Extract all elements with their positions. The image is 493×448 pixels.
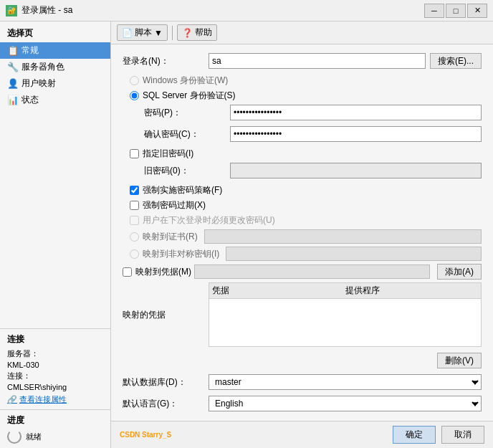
watermark: CSDN Starry_S [120,431,171,439]
script-icon: 📄 [122,28,133,38]
confirm-password-label: 确认密码(C)： [144,128,230,140]
credential-table: 凭据 提供程序 [209,282,482,347]
user-mapping-icon: 👤 [7,78,19,90]
confirm-password-input[interactable] [230,126,482,142]
remove-credential-button[interactable]: 删除(V) [437,353,482,368]
toolbar: 📄 脚本 ▼ ❓ 帮助 [111,22,493,44]
password-label: 密码(P)： [144,107,230,119]
map-to-asym-key-label: 映射到非对称密钥(I) [143,248,219,260]
cred-col-provider: 提供程序 [345,285,479,297]
script-dropdown-icon: ▼ [154,28,163,38]
map-to-cert-radio[interactable] [130,232,139,242]
bottom-bar: CSDN Starry_S 确定 取消 [111,421,493,448]
enforce-expiration-label: 强制密码过期(X) [143,199,206,211]
enforce-policy-checkbox[interactable] [130,186,139,195]
content-area: 📄 脚本 ▼ ❓ 帮助 登录名(N)： 搜索(E)... Windows 身份验… [111,22,493,448]
windows-auth-row: Windows 身份验证(W) [130,75,482,87]
credential-table-body [209,299,481,347]
link-icon: 🔗 [7,395,17,404]
default-db-select-wrapper: master ▼ [209,374,482,390]
connect-title: 连接 [7,333,103,345]
default-lang-select[interactable]: English [209,396,482,411]
old-password-input[interactable] [230,163,482,178]
app-icon: 🔐 [6,5,17,16]
login-name-label: 登录名(N)： [123,55,209,67]
sidebar-item-server-roles-label: 服务器角色 [21,61,64,73]
main-container: 选择页 📋 常规 🔧 服务器角色 👤 用户映射 📊 状态 连接 服务器： KML… [0,22,493,448]
default-db-row: 默认数据库(D)： master ▼ [123,374,482,390]
connect-section: 连接 服务器： KML-030 连接： CMLSER\shiying 🔗 查看连… [0,328,110,409]
status-icon: 📊 [7,95,19,106]
login-name-input[interactable] [209,53,426,69]
close-button[interactable]: ✕ [467,4,487,18]
script-label: 脚本 [135,27,152,39]
map-to-credential-checkbox[interactable] [123,267,132,277]
ok-button[interactable]: 确定 [393,426,436,444]
sidebar-item-status[interactable]: 📊 状态 [0,92,110,108]
windows-auth-radio[interactable] [130,76,139,85]
progress-status: 就绪 [26,432,42,442]
map-to-cert-select [204,229,482,244]
must-change-checkbox[interactable] [130,216,139,225]
sidebar-item-general[interactable]: 📋 常规 [0,42,110,59]
form-content: 登录名(N)： 搜索(E)... Windows 身份验证(W) SQL Ser… [111,44,493,421]
link-text: 查看连接属性 [19,394,67,405]
enforce-expiration-checkbox[interactable] [130,201,139,210]
login-name-row: 登录名(N)： 搜索(E)... [123,53,482,69]
connect-value: CMLSER\shiying [7,383,103,391]
map-to-asym-key-row: 映射到非对称密钥(I) [130,247,482,261]
view-connection-props-link[interactable]: 🔗 查看连接属性 [7,394,103,405]
sidebar: 选择页 📋 常规 🔧 服务器角色 👤 用户映射 📊 状态 连接 服务器： KML… [0,22,111,448]
default-db-select[interactable]: master [209,374,482,390]
confirm-password-row: 确认密码(C)： [144,126,482,142]
progress-row: 就绪 [7,429,103,444]
sql-auth-label: SQL Server 身份验证(S) [143,90,236,102]
enforce-policy-row: 强制实施密码策略(F) [130,184,482,196]
help-label: 帮助 [195,27,212,39]
sidebar-item-server-roles[interactable]: 🔧 服务器角色 [0,59,110,75]
maximize-button[interactable]: □ [446,4,466,18]
progress-section: 进度 就绪 [0,409,110,448]
server-value: KML-030 [7,361,103,369]
password-row: 密码(P)： [144,105,482,120]
toolbar-separator [172,26,173,40]
map-to-cert-row: 映射到证书(R) [130,229,482,244]
search-button[interactable]: 搜索(E)... [430,53,482,69]
connect-label: 连接： [7,371,103,381]
sql-auth-row: SQL Server 身份验证(S) [130,90,482,102]
title-bar: 🔐 登录属性 - sa ─ □ ✕ [0,0,493,22]
title-text: 登录属性 - sa [21,4,424,16]
map-to-credential-row: 映射到凭据(M) 添加(A) [123,264,482,280]
sidebar-item-user-mapping[interactable]: 👤 用户映射 [0,75,110,92]
add-credential-button[interactable]: 添加(A) [437,264,482,280]
password-input[interactable] [230,105,482,120]
must-change-label: 用户在下次登录时必须更改密码(U) [143,214,275,227]
specify-old-password-row: 指定旧密码(I) [130,148,482,160]
sidebar-section-title: 选择页 [0,22,110,42]
credential-mapped-label: 映射的凭据 [123,309,209,321]
credential-section: 映射的凭据 凭据 提供程序 [123,282,482,347]
map-to-asym-key-radio[interactable] [130,249,139,259]
sql-auth-radio[interactable] [130,91,139,100]
credential-table-header: 凭据 提供程序 [209,283,481,299]
script-button[interactable]: 📄 脚本 ▼ [117,24,168,41]
map-to-credential-label: 映射到凭据(M) [135,266,191,278]
windows-auth-label: Windows 身份验证(W) [143,75,228,87]
server-label: 服务器： [7,348,103,359]
default-lang-label: 默认语言(G)： [123,398,209,410]
cred-col-credential: 凭据 [212,285,345,297]
map-to-credential-select [194,264,430,279]
server-roles-icon: 🔧 [7,62,19,73]
old-password-row: 旧密码(0)： [144,163,482,178]
minimize-button[interactable]: ─ [424,4,444,18]
sidebar-item-status-label: 状态 [21,94,39,106]
default-lang-row: 默认语言(G)： English ▼ [123,396,482,411]
progress-spinner [7,429,21,444]
enforce-policy-label: 强制实施密码策略(F) [143,184,222,196]
must-change-row: 用户在下次登录时必须更改密码(U) [130,214,482,227]
map-to-cert-label: 映射到证书(R) [143,231,198,243]
cancel-button[interactable]: 取消 [441,426,484,444]
enforce-expiration-row: 强制密码过期(X) [130,199,482,211]
specify-old-password-checkbox[interactable] [130,149,139,158]
help-button[interactable]: ❓ 帮助 [177,24,217,41]
